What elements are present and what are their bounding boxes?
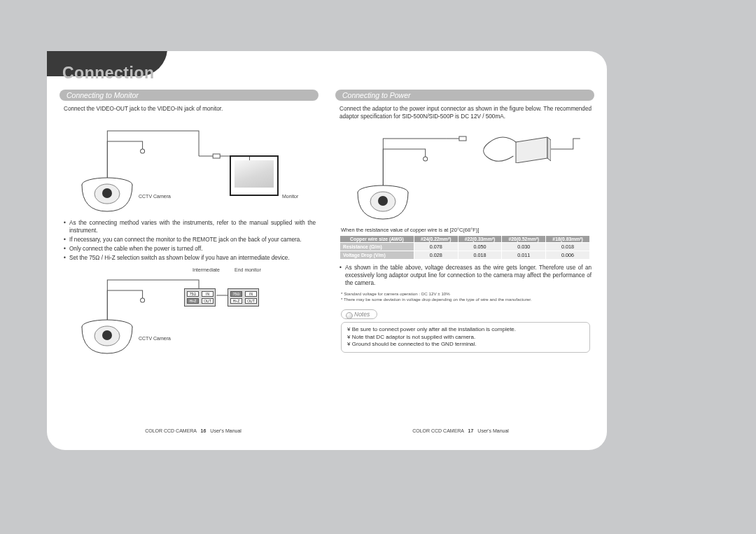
footnote-item: There may be some deviation in voltage d… — [341, 297, 590, 302]
wire-table: When the resistance value of copper wire… — [340, 227, 590, 260]
th: #24(0.22mm²) — [414, 236, 458, 243]
th: #22(0.33mm²) — [458, 236, 502, 243]
footnotes: Standard voltage for camera operation : … — [341, 291, 590, 302]
bullet-item: As shown in the table above, voltage dec… — [340, 264, 592, 287]
end-switch-icon: 75Ω Hi-Z IN OUT — [227, 288, 259, 307]
intro-power: Connect the adaptor to the power input c… — [340, 105, 592, 120]
row-header: Resistance (Ω/m) — [340, 243, 414, 251]
th: Copper wire size (AWG) — [340, 236, 414, 243]
cell: 0.018 — [546, 243, 590, 251]
label-cctv-2: CCTV Camera — [139, 336, 171, 341]
cell: 0.018 — [458, 251, 502, 260]
table-row: Resistance (Ω/m) 0.078 0.050 0.030 0.018 — [340, 243, 590, 251]
bullets-monitor: As the connecting method varies with the… — [64, 219, 316, 262]
notes-badge: Notes — [341, 309, 377, 319]
svg-point-13 — [378, 196, 388, 206]
bullet-item: As the connecting method varies with the… — [64, 219, 316, 234]
after-table-bullets: As shown in the table above, voltage dec… — [340, 264, 592, 287]
dome-camera-icon — [79, 318, 135, 357]
monitor-icon — [230, 155, 279, 196]
svg-rect-1 — [213, 154, 220, 158]
label-end-monitor: End monitor — [234, 267, 261, 272]
table-header-row: Copper wire size (AWG) #24(0.22mm²) #22(… — [340, 236, 590, 243]
footer-text: COLOR CCD CAMERA — [412, 428, 464, 433]
diagram-power — [341, 125, 594, 223]
label-intermediate: Intermediate — [192, 267, 220, 272]
footer-left: COLOR CCD CAMERA 16 User's Manual — [59, 428, 327, 433]
column-right: Connecting to Power Connect the adaptor … — [335, 90, 594, 433]
cell: 0.006 — [546, 251, 590, 260]
note-item: Ground should be connected to the GND te… — [347, 341, 584, 349]
note-item: Be sure to connect power only after all … — [347, 326, 584, 334]
cell: 0.028 — [414, 251, 458, 260]
dome-camera-icon — [79, 176, 135, 215]
svg-point-0 — [141, 149, 145, 153]
footnote-item: Standard voltage for camera operation : … — [341, 291, 590, 297]
svg-rect-9 — [459, 136, 466, 141]
row-header: Voltage Drop (V/m) — [340, 251, 414, 260]
svg-point-8 — [102, 330, 112, 340]
table-row: Voltage Drop (V/m) 0.028 0.018 0.011 0.0… — [340, 251, 590, 260]
bullet-item: Set the 75Ω / Hi-Z selection switch as s… — [64, 254, 316, 262]
note-item: Note that DC adaptor is not supplied wit… — [347, 334, 584, 342]
manual-page-spread: Connection Connecting to Monitor Connect… — [47, 51, 607, 450]
cell: 0.078 — [414, 243, 458, 251]
th: #18(0.83mm²) — [546, 236, 590, 243]
notes-box: Be sure to connect power only after all … — [341, 322, 590, 353]
page-number: 17 — [468, 428, 474, 433]
dome-camera-icon — [355, 184, 411, 223]
svg-point-4 — [102, 188, 112, 198]
footer-right: COLOR CCD CAMERA 17 User's Manual — [327, 428, 594, 433]
label-cctv-1: CCTV Camera — [139, 194, 171, 199]
subhead-power: Connecting to Power — [335, 90, 594, 101]
svg-point-5 — [141, 298, 145, 302]
table-caption: When the resistance value of copper wire… — [341, 227, 590, 233]
cell: 0.050 — [458, 243, 502, 251]
footer-text: User's Manual — [210, 428, 241, 433]
intermediate-switch-icon: 75Ω Hi-Z IN OUT — [184, 288, 216, 307]
th: #20(0.52mm²) — [502, 236, 546, 243]
page-title: Connection — [62, 64, 594, 83]
subhead-monitor: Connecting to Monitor — [59, 90, 318, 101]
column-left: Connecting to Monitor Connect the VIDEO-… — [59, 90, 318, 433]
adapter-icon — [512, 132, 551, 163]
intro-monitor: Connect the VIDEO-OUT jack to the VIDEO-… — [64, 105, 316, 113]
diagram-intermediate: CCTV Camera Intermediate End monitor 75Ω… — [65, 266, 318, 357]
diagram-monitor: CCTV Camera Monitor — [65, 117, 318, 215]
footer-text: User's Manual — [477, 428, 509, 433]
bullet-item: If necessary, you can connect the monito… — [64, 236, 316, 244]
svg-point-10 — [424, 157, 428, 161]
cell: 0.030 — [502, 243, 546, 251]
footer-text: COLOR CCD CAMERA — [145, 428, 197, 433]
label-monitor: Monitor — [282, 194, 298, 199]
page-number: 16 — [201, 428, 206, 433]
bullet-item: Only connect the cable when the power is… — [64, 245, 316, 253]
cell: 0.011 — [502, 251, 546, 260]
